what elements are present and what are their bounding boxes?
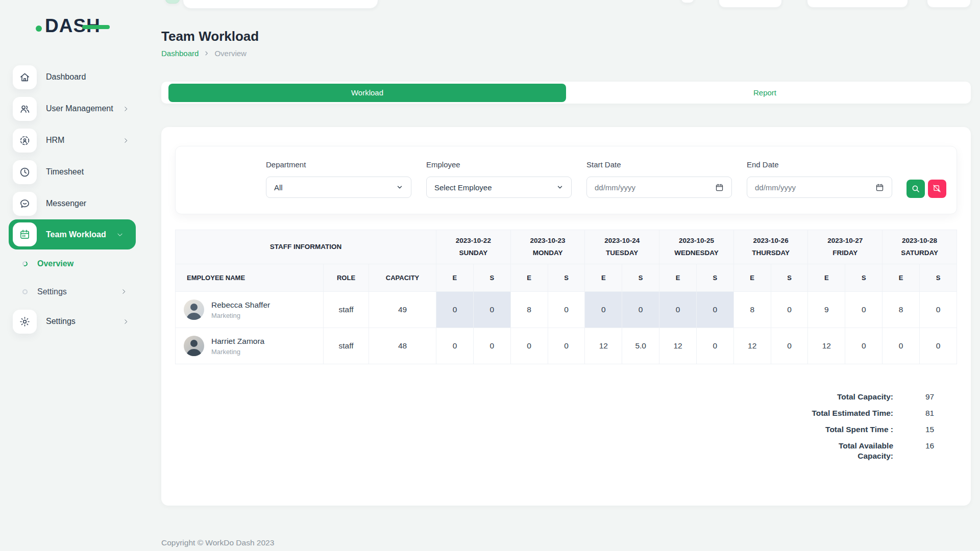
department-select[interactable]: All — [266, 177, 411, 198]
employee-department: Marketing — [211, 312, 270, 319]
sidebar-item-settings[interactable]: Settings — [0, 306, 146, 337]
sidebar-subitem-overview[interactable]: Overview — [0, 249, 146, 278]
employee-select[interactable]: Select Employee — [426, 177, 572, 198]
filter-actions — [906, 180, 946, 198]
col-estimated: E — [436, 264, 474, 292]
col-estimated: E — [510, 264, 548, 292]
col-estimated: E — [808, 264, 845, 292]
role-cell: staff — [324, 292, 369, 328]
col-spent: S — [622, 264, 659, 292]
estimated-cell: 0 — [436, 292, 474, 328]
col-spent: S — [696, 264, 733, 292]
spent-cell: 0 — [473, 292, 510, 328]
sidebar-subitem-settings[interactable]: Settings — [0, 278, 146, 306]
estimated-cell: 0 — [883, 328, 920, 364]
calendar-icon[interactable] — [875, 183, 884, 192]
breadcrumb-chevron-icon — [204, 51, 209, 56]
sidebar-item-label: Dashboard — [46, 72, 86, 82]
chevron-down-icon — [556, 184, 564, 191]
breadcrumb: Dashboard Overview — [161, 49, 971, 58]
spent-cell: 0 — [473, 328, 510, 364]
estimated-cell: 12 — [659, 328, 697, 364]
page-title: Team Workload — [161, 29, 971, 44]
calendar-icon[interactable] — [715, 183, 724, 192]
estimated-cell: 8 — [510, 292, 548, 328]
department-field: Department All — [266, 160, 411, 198]
breadcrumb-dashboard-link[interactable]: Dashboard — [161, 49, 199, 58]
sidebar-item-dashboard[interactable]: Dashboard — [0, 61, 146, 93]
sidebar-item-user-management[interactable]: User Management — [0, 93, 146, 124]
end-date-field: End Date dd/mm/yyyy — [747, 160, 892, 198]
employee-cell: Rebecca Shaffer Marketing — [176, 292, 324, 328]
col-spent: S — [845, 264, 883, 292]
users-icon — [13, 97, 37, 121]
table-row: Harriet Zamora Marketing staff 480 00 01… — [176, 328, 957, 364]
table-row: Rebecca Shaffer Marketing staff 490 08 0… — [176, 292, 957, 328]
clock-icon — [13, 160, 37, 184]
sidebar-item-label: HRM — [46, 136, 64, 145]
calendar-icon — [13, 222, 37, 246]
sidebar-item-label: User Management — [46, 104, 113, 113]
spent-cell: 0 — [919, 292, 957, 328]
chat-icon — [13, 192, 37, 216]
sidebar-item-timesheet[interactable]: Timesheet — [0, 156, 146, 188]
breadcrumb-current: Overview — [214, 49, 247, 58]
employee-name[interactable]: Rebecca Shaffer — [211, 300, 270, 310]
capacity-cell: 48 — [369, 328, 436, 364]
day-header: 2023-10-24TUESDAY — [585, 230, 659, 264]
avatar[interactable] — [184, 336, 204, 356]
avatar[interactable] — [184, 299, 204, 320]
estimated-cell: 12 — [585, 328, 622, 364]
sidebar-subitem-label: Settings — [37, 287, 67, 296]
logo-dash-icon — [82, 25, 110, 29]
reset-filter-button[interactable] — [928, 180, 946, 198]
col-estimated: E — [733, 264, 771, 292]
end-date-label: End Date — [747, 160, 892, 169]
sidebar-item-hrm[interactable]: HRM — [0, 124, 146, 156]
spent-cell: 0 — [771, 292, 808, 328]
start-date-field: Start Date dd/mm/yyyy — [586, 160, 732, 198]
role-cell: staff — [324, 328, 369, 364]
employee-cell: Harriet Zamora Marketing — [176, 328, 324, 364]
spent-cell: 0 — [622, 292, 659, 328]
footer-copyright: Copyright © WorkDo Dash 2023 — [161, 538, 971, 547]
col-estimated: E — [585, 264, 622, 292]
workload-table-wrap: STAFF INFORMATION 2023-10-22SUNDAY 2023-… — [175, 230, 957, 364]
total-value: 81 — [925, 408, 957, 418]
bullet-icon — [22, 289, 28, 294]
employee-name[interactable]: Harriet Zamora — [211, 337, 264, 346]
total-row: Total Available Capacity: 16 — [824, 441, 957, 461]
col-spent: S — [473, 264, 510, 292]
spent-cell: 0 — [548, 328, 585, 364]
capacity-cell: 49 — [369, 292, 436, 328]
spent-cell: 0 — [845, 328, 883, 364]
spent-cell: 5.0 — [622, 328, 659, 364]
total-label: Total Spent Time : — [825, 424, 893, 435]
sidebar-item-team-workload[interactable]: Team Workload — [9, 219, 136, 249]
tab-report[interactable]: Report — [566, 84, 964, 102]
sidebar-item-label: Timesheet — [46, 167, 84, 177]
estimated-cell: 9 — [808, 292, 845, 328]
gear-icon — [13, 310, 37, 334]
workload-card: Department All Employee Select Employee — [161, 127, 971, 506]
start-date-input[interactable]: dd/mm/yyyy — [586, 177, 732, 198]
col-estimated: E — [659, 264, 697, 292]
search-button[interactable] — [906, 180, 925, 198]
tab-workload[interactable]: Workload — [168, 84, 566, 102]
end-date-input[interactable]: dd/mm/yyyy — [747, 177, 892, 198]
total-row: Total Capacity: 97 — [837, 392, 957, 402]
workload-table: STAFF INFORMATION 2023-10-22SUNDAY 2023-… — [175, 230, 957, 364]
app-logo[interactable]: DASH — [36, 15, 146, 37]
totals-summary: Total Capacity: 97 Total Estimated Time:… — [175, 392, 957, 461]
estimated-cell: 0 — [585, 292, 622, 328]
total-label: Total Capacity: — [837, 392, 893, 402]
estimated-cell: 12 — [733, 328, 771, 364]
chevron-down-icon — [116, 231, 124, 238]
filter-panel: Department All Employee Select Employee — [175, 146, 957, 214]
spent-cell: 0 — [771, 328, 808, 364]
col-capacity: CAPACITY — [369, 264, 436, 292]
chevron-right-icon — [122, 137, 129, 144]
sidebar-item-messenger[interactable]: Messenger — [0, 188, 146, 219]
total-value: 15 — [925, 424, 957, 435]
sidebar-item-label: Messenger — [46, 199, 86, 208]
